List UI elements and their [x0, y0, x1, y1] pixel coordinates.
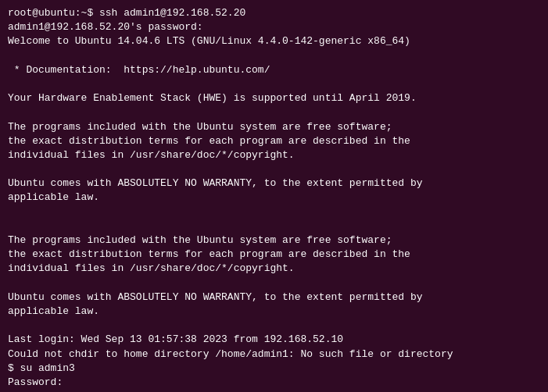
- terminal-line-13: Ubuntu comes with ABSOLUTELY NO WARRANTY…: [8, 176, 540, 191]
- terminal-line-16: [8, 219, 540, 233]
- terminal-line-8: [8, 105, 540, 119]
- terminal-line-7: Your Hardware Enablement Stack (HWE) is …: [8, 91, 540, 105]
- terminal-line-17: The programs included with the Ubuntu sy…: [8, 233, 540, 248]
- terminal-line-21: Ubuntu comes with ABSOLUTELY NO WARRANTY…: [8, 290, 540, 305]
- terminal-line-18: the exact distribution terms for each pr…: [8, 248, 540, 262]
- terminal-line-26: $ su admin3: [8, 362, 540, 376]
- terminal-line-3: Welcome to Ubuntu 14.04.6 LTS (GNU/Linux…: [8, 34, 540, 48]
- terminal-line-4: [8, 49, 540, 63]
- terminal-line-6: [8, 77, 540, 91]
- terminal-line-19: individual files in /usr/share/doc/*/cop…: [8, 262, 540, 276]
- terminal-line-9: The programs included with the Ubuntu sy…: [8, 120, 540, 134]
- terminal-line-23: [8, 319, 540, 333]
- terminal-line-1: root@ubuntu:~$ ssh admin1@192.168.52.20: [8, 6, 540, 20]
- terminal-line-2: admin1@192.168.52.20's password:: [8, 20, 540, 34]
- terminal-line-5: * Documentation: https://help.ubuntu.com…: [8, 63, 540, 77]
- terminal-line-11: individual files in /usr/share/doc/*/cop…: [8, 148, 540, 162]
- terminal-line-12: [8, 162, 540, 176]
- terminal-line-27: Password:: [8, 376, 540, 390]
- terminal-line-10: the exact distribution terms for each pr…: [8, 134, 540, 148]
- terminal-line-20: [8, 276, 540, 290]
- terminal-line-14: applicable law.: [8, 191, 540, 205]
- terminal-line-15: [8, 205, 540, 219]
- terminal-line-24: Last login: Wed Sep 13 01:57:38 2023 fro…: [8, 333, 540, 347]
- terminal-line-22: applicable law.: [8, 305, 540, 319]
- terminal-window[interactable]: root@ubuntu:~$ ssh admin1@192.168.52.20 …: [0, 0, 548, 392]
- terminal-line-25: Could not chdir to home directory /home/…: [8, 347, 540, 362]
